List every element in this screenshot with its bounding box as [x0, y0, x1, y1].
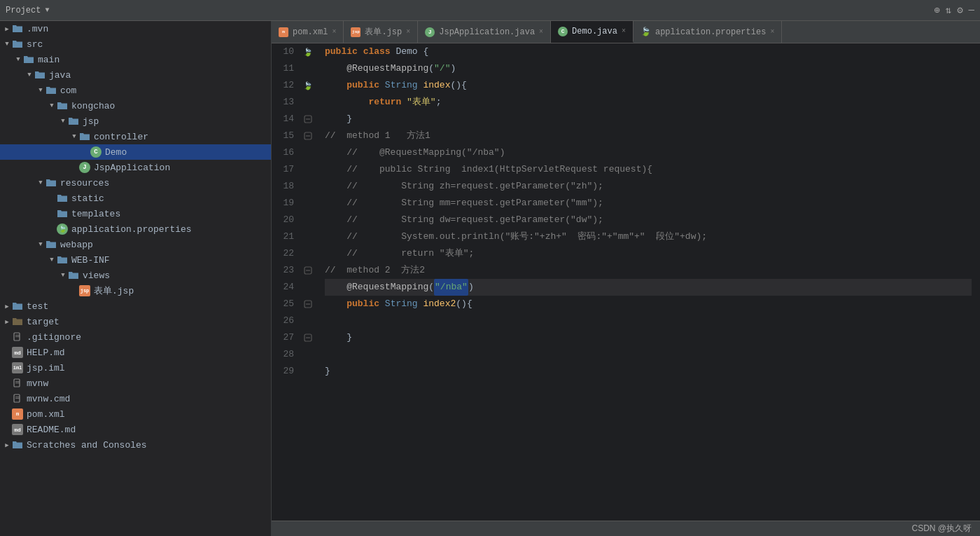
- tab-pom[interactable]: mpom.xml×: [272, 21, 344, 43]
- tree-icon-folder: [56, 207, 69, 220]
- token: [325, 94, 368, 111]
- tree-label: resources: [60, 178, 109, 188]
- tree-icon-folder: [45, 177, 57, 189]
- sidebar-item-pom.xml[interactable]: mpom.xml: [0, 406, 271, 422]
- code-line-25: public String index2(){: [325, 296, 972, 312]
- code-line-10: public class Demo {: [325, 43, 972, 60]
- tree-label: WEB-INF: [71, 255, 110, 266]
- line-number-12: 12: [280, 77, 294, 94]
- sidebar-item-HELP.md[interactable]: mdHELP.md: [0, 345, 271, 360]
- gutter-item-16: [300, 144, 316, 161]
- tab-demo[interactable]: CDemo.java×: [551, 21, 634, 43]
- sidebar-item-biaodan-jsp[interactable]: jsp表单.jsp: [0, 283, 271, 298]
- tree-label: controller: [94, 132, 148, 142]
- chevron-down-icon: ▼: [45, 6, 49, 14]
- code-line-23: // method 2 方法2: [325, 262, 972, 279]
- tree-arrow: ▼: [70, 133, 78, 140]
- tab-close-jspapp[interactable]: ×: [539, 28, 543, 36]
- sidebar-item-jsp[interactable]: ▼jsp: [0, 114, 271, 129]
- line-number-21: 21: [280, 228, 294, 245]
- collapse-all-icon[interactable]: ⇅: [946, 4, 951, 16]
- sidebar-item-test[interactable]: ▶test: [0, 298, 271, 314]
- line-numbers: 1011121314151617181920212223242526272829: [272, 43, 300, 521]
- sidebar-item-controller[interactable]: ▼controller: [0, 129, 271, 144]
- token: index: [423, 77, 450, 94]
- add-module-icon[interactable]: ⊕: [934, 4, 939, 16]
- sidebar-item-views[interactable]: ▼views: [0, 268, 271, 283]
- gutter-item-25: [300, 296, 316, 312]
- tab-jspapp[interactable]: JJspApplication.java×: [418, 21, 551, 43]
- sidebar-item-templates[interactable]: templates: [0, 206, 271, 221]
- token: // System.out.println("账号:"+zh+" 密码:"+"m…: [325, 228, 707, 245]
- gutter-item-10: 🍃: [300, 43, 316, 60]
- sidebar-item-application.properties[interactable]: 🍃application.properties: [0, 221, 271, 237]
- sidebar-item-Scratches[interactable]: ▶Scratches and Consoles: [0, 437, 271, 453]
- sidebar-item-README.md[interactable]: mdREADME.md: [0, 422, 271, 437]
- sidebar-item-resources[interactable]: ▼resources: [0, 175, 271, 191]
- tab-close-biaodan[interactable]: ×: [406, 28, 410, 36]
- code-lines[interactable]: public class Demo { @RequestMapping("/")…: [316, 43, 980, 521]
- token: [325, 77, 346, 94]
- code-line-16: // @RequestMapping("/nba"): [325, 144, 972, 161]
- tab-close-pom[interactable]: ×: [332, 28, 336, 36]
- tree-label: mvnw.cmd: [27, 394, 70, 404]
- gutter-item-27: [300, 329, 316, 346]
- sidebar-item-java[interactable]: ▼java: [0, 67, 271, 83]
- tree-label: main: [38, 55, 59, 65]
- tree-arrow: ▼: [36, 241, 45, 248]
- code-line-12: public String index(){: [325, 77, 972, 94]
- line-number-27: 27: [280, 329, 294, 346]
- tab-appprops[interactable]: 🍃application.properties×: [634, 21, 782, 43]
- sidebar-item-jsp.iml[interactable]: imljsp.iml: [0, 360, 271, 376]
- tree-label: Demo: [105, 147, 127, 158]
- token: ;: [436, 94, 442, 111]
- tree-label: webapp: [60, 240, 93, 250]
- tab-icon-spring: 🍃: [640, 27, 651, 37]
- tab-close-appprops[interactable]: ×: [770, 28, 774, 36]
- tree-icon-demo: C: [90, 146, 102, 158]
- token: class: [363, 43, 391, 60]
- tab-biaodan[interactable]: jsp表单.jsp×: [344, 21, 418, 43]
- token: [418, 77, 424, 94]
- sidebar-item-com[interactable]: ▼com: [0, 83, 271, 98]
- tree-icon-spring: 🍃: [56, 223, 69, 235]
- sidebar-item-main[interactable]: ▼main: [0, 52, 271, 67]
- sidebar-item-gitignore[interactable]: .gitignore: [0, 329, 271, 345]
- tab-label-pom: pom.xml: [293, 27, 328, 37]
- tree-icon-folder: [45, 84, 57, 97]
- minimize-icon[interactable]: —: [969, 4, 974, 16]
- tree-label: .mvn: [27, 24, 48, 34]
- token: (){: [450, 77, 466, 94]
- tab-close-demo[interactable]: ×: [622, 27, 626, 35]
- code-line-19: // String mm=request.getParameter("mm");: [325, 195, 972, 212]
- tab-label-demo: Demo.java: [572, 27, 617, 36]
- line-number-23: 23: [280, 262, 294, 279]
- code-view[interactable]: 1011121314151617181920212223242526272829…: [272, 43, 980, 521]
- sidebar-item-src[interactable]: ▼src: [0, 36, 271, 52]
- tree-label: templates: [71, 209, 120, 219]
- code-line-15: // method 1 方法1: [325, 128, 972, 144]
- token: [358, 43, 363, 60]
- sidebar-item-static[interactable]: static: [0, 191, 271, 206]
- sidebar-item-kongchao[interactable]: ▼kongchao: [0, 98, 271, 114]
- settings-icon[interactable]: ⚙: [957, 4, 962, 16]
- line-number-14: 14: [280, 111, 294, 128]
- sidebar-item-mvn[interactable]: ▶.mvn: [0, 21, 271, 36]
- sidebar-item-mvnw[interactable]: mvnw: [0, 376, 271, 391]
- code-line-11: @RequestMapping("/"): [325, 60, 972, 77]
- sidebar-item-WEB-INF[interactable]: ▼WEB-INF: [0, 252, 271, 268]
- sidebar-item-Demo[interactable]: CDemo: [0, 144, 271, 160]
- sidebar-item-mvnw.cmd[interactable]: mvnw.cmd: [0, 391, 271, 406]
- code-line-24: @RequestMapping("/nba"): [325, 279, 972, 296]
- code-line-29: }: [325, 363, 972, 380]
- sidebar-item-JspApplication[interactable]: JJspApplication: [0, 160, 271, 175]
- tree-arrow: ▶: [3, 441, 11, 449]
- line-number-28: 28: [280, 346, 294, 363]
- gutter-item-24: [300, 279, 316, 296]
- sidebar-item-webapp[interactable]: ▼webapp: [0, 237, 271, 252]
- tree-icon-file-gray: [11, 392, 24, 405]
- tree-label: static: [71, 193, 104, 204]
- gutter-item-23: [300, 262, 316, 279]
- sidebar-item-target[interactable]: ▶target: [0, 314, 271, 329]
- tree-label: views: [83, 270, 110, 281]
